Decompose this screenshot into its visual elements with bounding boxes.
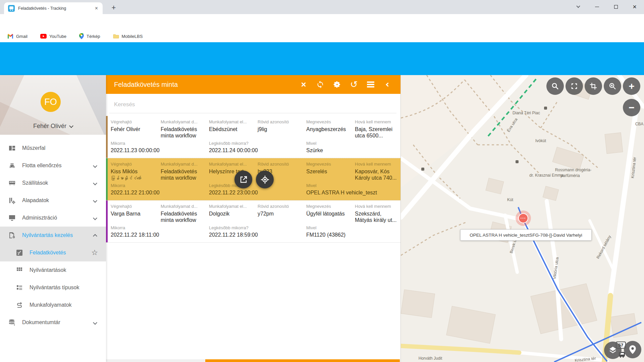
folder-icon (113, 34, 119, 39)
map-label: dr. Krasznai Emma (529, 173, 563, 178)
col-label: Megnevezés (306, 161, 354, 168)
cell-workflow: Feladatkövetés minta workflow (161, 168, 208, 182)
browser-tab[interactable]: Feladatkövetés - Tracking × (4, 2, 103, 14)
col-label: Megnevezés (306, 203, 354, 210)
tab-favicon-icon (8, 5, 15, 12)
sidebar-item-nyilvantartas-tipusok[interactable]: Nyilvántartás típusok (0, 279, 106, 296)
bookmark-mobilelbs[interactable]: MobileLBS (113, 34, 143, 39)
grid-icon (15, 266, 23, 274)
favorite-star-icon[interactable]: ☆ (91, 248, 98, 257)
map-zoom-in-button[interactable]: + (623, 77, 640, 95)
tab-search-chevron-icon[interactable] (569, 0, 588, 13)
cell-name: Anyagbeszerzés (306, 125, 354, 140)
location-pin-icon (629, 345, 636, 354)
col-label: Mivel (306, 140, 398, 147)
search-icon (551, 82, 559, 90)
col-label: Hová kell mennem (355, 161, 398, 168)
row-status-stripe (106, 116, 108, 158)
cell-short-id: y72pm (258, 210, 305, 225)
cell-latest: 2022.11.24 00:00:00 (209, 146, 305, 155)
col-label: Mikorra (111, 140, 208, 147)
data-gear-icon (8, 196, 16, 204)
map-label: Horváth Judit (419, 356, 442, 361)
window-close-button[interactable]: × (625, 0, 644, 13)
sync-icon[interactable] (316, 80, 325, 89)
map-zoom-out-button[interactable]: − (623, 99, 640, 116)
tab-close-icon[interactable]: × (94, 6, 99, 11)
task-row[interactable]: Végrehajtó Munkafolyamat d... Munkafolya… (106, 200, 400, 243)
task-row[interactable]: Végrehajtó Munkafolyamat d... Munkafolya… (106, 116, 400, 158)
panel-header-icons: × ↺ (299, 80, 392, 89)
panel-title: Feladatkövetés minta (114, 81, 299, 88)
cell-state: Dolgozik (209, 210, 256, 225)
chevron-down-icon (93, 164, 97, 168)
cell-when: 2022.11.22 18:11:00 (111, 231, 208, 239)
collapse-panel-icon[interactable] (383, 80, 392, 89)
sidebar-item-dokumentumtar[interactable]: Dokumentumtár (0, 314, 106, 331)
settings-gear-icon[interactable] (333, 80, 341, 89)
bookmarks-bar: Gmail YouTube Térkép MobileLBS (0, 30, 644, 42)
map-crop-button[interactable] (585, 77, 602, 95)
row-status-stripe (106, 200, 108, 242)
bookmark-terkep[interactable]: Térkép (79, 33, 100, 39)
map-zoom-area-button[interactable] (604, 77, 621, 95)
sidebar-item-szallitasok[interactable]: Szállítások (0, 174, 106, 192)
bus-icon (8, 179, 16, 187)
user-avatar[interactable]: FO (41, 92, 61, 112)
map-location-button[interactable] (624, 341, 641, 358)
map-label: parfüméria (560, 173, 580, 178)
sidebar-item-nyilvantartasok[interactable]: Nyilvántartások (0, 261, 106, 279)
search-input[interactable]: Keresés (114, 101, 135, 108)
document-gear-icon (8, 231, 16, 239)
col-label: Végrehajtó (111, 203, 159, 210)
crop-icon (590, 82, 597, 90)
monitor-icon (8, 214, 16, 222)
sidebar-item-adminisztracio[interactable]: Adminisztráció (0, 209, 106, 227)
sidebar-item-alapadatok[interactable]: Alapadatok (0, 192, 106, 209)
sidebar-item-feladatkovetes[interactable]: Feladatkövetés ☆ (0, 244, 106, 261)
bookmark-gmail[interactable]: Gmail (7, 34, 28, 39)
map-layers-button[interactable] (604, 342, 622, 359)
map[interactable]: Diana Téri Piac Ivókút Éva utca Rossmann… (401, 75, 644, 362)
list-view-icon[interactable] (366, 80, 375, 89)
locate-on-map-button[interactable] (256, 171, 274, 188)
browser-toolbar: ← → ↻ teszt.holazauto.hu/fleet/secured/d… (0, 14, 644, 30)
sidebar-item-muszerfal[interactable]: Műszerfal (0, 139, 106, 157)
sidebar-item-flotta-ellenorzes[interactable]: Flotta ellenőrzés (0, 157, 106, 174)
search-section: Keresés (106, 94, 400, 116)
window-restore-button[interactable] (606, 0, 625, 13)
open-task-button[interactable] (234, 171, 252, 188)
sidebar-item-munkafolyamatok[interactable]: Munkafolyamatok (0, 296, 106, 314)
col-label: Mikorra (111, 225, 208, 231)
col-label: Mivel (306, 225, 398, 231)
undo-history-icon[interactable]: ↺ (350, 80, 358, 89)
horizontal-scrollbar[interactable] (106, 359, 400, 362)
panel-close-icon[interactable]: × (299, 80, 308, 89)
scrollbar-thumb[interactable] (205, 359, 400, 362)
new-tab-button[interactable]: + (109, 3, 119, 13)
youtube-icon (40, 34, 47, 39)
vehicle-marker-icon: ··· (518, 213, 528, 223)
col-label: Rövid azonosító (258, 203, 305, 210)
map-label: CBA (635, 122, 644, 126)
fullscreen-icon (571, 82, 578, 90)
cell-vehicle: FM1120 (43862) (306, 231, 398, 239)
task-panel: Feladatkövetés minta × ↺ Keresés Végreha… (106, 75, 401, 362)
chevron-down-icon (93, 216, 97, 220)
cell-name: Szerelés (306, 168, 354, 182)
tab-title: Feladatkövetés - Tracking (18, 6, 94, 11)
bookmark-youtube[interactable]: YouTube (40, 34, 66, 39)
panel-header: Feladatkövetés minta × ↺ (106, 75, 400, 94)
map-search-button[interactable] (546, 77, 564, 95)
col-label: Végrehajtó (111, 161, 159, 168)
map-fullscreen-button[interactable] (566, 77, 583, 95)
user-name[interactable]: Fehér Olivér (0, 123, 106, 130)
map-label: Diana Téri Piac (513, 111, 540, 115)
task-row-selected[interactable]: Végrehajtó Munkafolyamat d... Munkafolya… (106, 158, 400, 200)
task-check-icon (15, 249, 23, 257)
window-minimize-button[interactable] (588, 0, 606, 13)
vehicle-marker[interactable]: ··· (516, 210, 531, 226)
col-label: Rövid azonosító (258, 119, 305, 125)
sidebar-menu: Műszerfal Flotta ellenőrzés Szállítások … (0, 135, 106, 362)
sidebar-item-nyilvantartas-kezeles[interactable]: Nyilvántartás kezelés (0, 227, 106, 244)
